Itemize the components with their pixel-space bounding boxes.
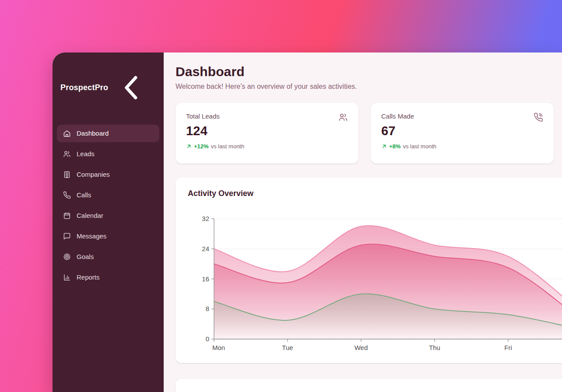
chevron-left-icon bbox=[109, 66, 153, 110]
activity-overview-card: Activity Overview 08162432MonTueWedThuFr… bbox=[176, 178, 562, 363]
users-icon bbox=[63, 150, 71, 158]
sidebar-item-leads[interactable]: Leads bbox=[57, 145, 159, 163]
svg-text:32: 32 bbox=[202, 215, 209, 222]
app-window: ProspectPro Dashboard Leads Companies Ca… bbox=[53, 52, 562, 392]
sidebar-collapse-button[interactable] bbox=[108, 65, 154, 111]
main-content[interactable]: Dashboard Welcome back! Here's an overvi… bbox=[164, 52, 562, 392]
sidebar: ProspectPro Dashboard Leads Companies Ca… bbox=[53, 52, 164, 392]
stat-trend-percent: +12% bbox=[194, 143, 209, 150]
stat-trend-note: vs last month bbox=[403, 143, 436, 150]
app-logo-text: ProspectPro bbox=[60, 83, 108, 92]
svg-text:Mon: Mon bbox=[212, 344, 225, 351]
sidebar-item-label: Reports bbox=[77, 273, 100, 281]
svg-text:Fri: Fri bbox=[504, 344, 512, 351]
stat-label: Calls Made bbox=[381, 112, 543, 120]
arrow-up-right-icon bbox=[381, 144, 387, 149]
svg-text:Tue: Tue bbox=[282, 344, 293, 351]
sidebar-item-label: Calendar bbox=[77, 212, 103, 219]
sidebar-item-goals[interactable]: Goals bbox=[57, 248, 159, 266]
sidebar-item-label: Messages bbox=[77, 232, 106, 240]
sidebar-item-label: Goals bbox=[77, 253, 94, 260]
sidebar-item-messages[interactable]: Messages bbox=[57, 228, 159, 245]
sidebar-item-label: Leads bbox=[77, 150, 95, 158]
sidebar-item-label: Dashboard bbox=[77, 130, 109, 137]
sidebar-item-companies[interactable]: Companies bbox=[57, 166, 159, 183]
phone-call-icon bbox=[534, 112, 543, 122]
calendar-icon bbox=[63, 212, 71, 220]
sidebar-item-reports[interactable]: Reports bbox=[57, 269, 159, 286]
activity-area-chart: 08162432MonTueWedThuFriSat bbox=[188, 203, 562, 354]
desktop-gradient-background: ProspectPro Dashboard Leads Companies Ca… bbox=[0, 0, 562, 392]
home-icon bbox=[63, 130, 71, 137]
stat-value: 67 bbox=[381, 124, 543, 138]
stats-row: Total Leads 124 +12% vs last month Calls… bbox=[176, 103, 562, 164]
activity-area-chart-svg: 08162432MonTueWedThuFriSat bbox=[188, 203, 562, 354]
sidebar-item-dashboard[interactable]: Dashboard bbox=[57, 125, 159, 142]
svg-text:24: 24 bbox=[202, 245, 209, 252]
sidebar-nav: Dashboard Leads Companies Calls Calendar… bbox=[57, 125, 159, 286]
sidebar-item-calendar[interactable]: Calendar bbox=[57, 207, 159, 224]
stat-trend-note: vs last month bbox=[211, 143, 245, 150]
stat-trend: +12% vs last month bbox=[186, 143, 348, 150]
svg-text:Wed: Wed bbox=[355, 344, 368, 351]
partially-visible-card-below bbox=[176, 379, 562, 392]
message-icon bbox=[63, 232, 71, 240]
stat-value: 124 bbox=[186, 124, 348, 138]
chart-title: Activity Overview bbox=[188, 189, 562, 198]
sidebar-item-label: Calls bbox=[77, 191, 91, 199]
sidebar-item-calls[interactable]: Calls bbox=[57, 186, 159, 204]
stat-card-total-leads: Total Leads 124 +12% vs last month bbox=[176, 103, 358, 164]
building-icon bbox=[63, 171, 71, 178]
sidebar-item-label: Companies bbox=[77, 171, 110, 178]
bar-chart-icon bbox=[63, 273, 71, 281]
page-title: Dashboard bbox=[176, 64, 562, 80]
svg-text:16: 16 bbox=[202, 275, 209, 283]
stat-label: Total Leads bbox=[186, 112, 348, 120]
page-subtitle: Welcome back! Here's an overview of your… bbox=[176, 83, 562, 91]
stat-card-calls-made: Calls Made 67 +8% vs last month bbox=[371, 103, 554, 164]
arrow-up-right-icon bbox=[186, 144, 192, 149]
dashboard-content: Dashboard Welcome back! Here's an overvi… bbox=[176, 64, 562, 392]
svg-text:0: 0 bbox=[206, 335, 209, 343]
sidebar-header: ProspectPro bbox=[57, 65, 159, 111]
target-icon bbox=[63, 253, 71, 261]
svg-text:8: 8 bbox=[206, 305, 209, 312]
svg-text:Thu: Thu bbox=[429, 344, 440, 351]
stat-trend: +8% vs last month bbox=[381, 143, 543, 150]
users-icon bbox=[338, 112, 348, 122]
stat-trend-percent: +8% bbox=[389, 143, 400, 150]
phone-icon bbox=[63, 191, 71, 199]
